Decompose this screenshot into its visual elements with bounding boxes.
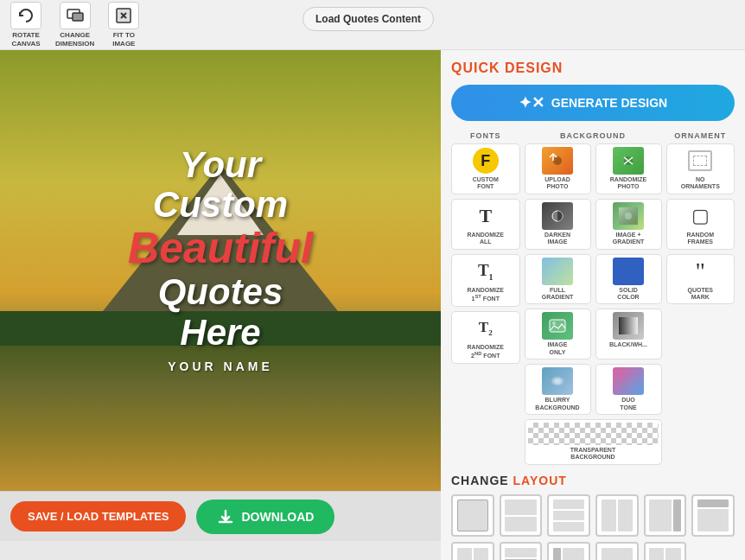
fit-label: FIT TOIMAGE: [112, 31, 135, 48]
fit-icon: [108, 2, 139, 29]
no-ornaments-btn[interactable]: NOORNAMENTS: [666, 143, 735, 194]
layout-preview-8: [505, 548, 537, 560]
quote-line1: Your: [0, 145, 441, 185]
randomize-1st-btn[interactable]: T1 RANDOMIZE1ST FONT: [451, 254, 520, 307]
upload-photo-label: UPLOADPHOTO: [544, 176, 570, 191]
layout-item-9[interactable]: [547, 542, 590, 560]
full-gradient-btn[interactable]: FULLGRADIENT: [525, 254, 591, 305]
svg-point-7: [625, 213, 632, 220]
custom-font-icon: F: [470, 147, 501, 175]
duo-tone-btn[interactable]: DUOTONE: [595, 364, 662, 415]
transparent-bg-btn[interactable]: TRANSPARENTBACKGROUND: [525, 419, 662, 465]
svg-point-3: [553, 156, 562, 165]
image-only-btn[interactable]: IMAGEONLY: [525, 309, 591, 360]
layout-item-2[interactable]: [500, 494, 543, 538]
right-panel: QUICK DESIGN ✦✕ GENERATE DESIGN FONTS BA…: [441, 50, 745, 560]
change-layout-title: CHANGE LAYOUT: [451, 474, 735, 487]
quote-line3: Beautiful: [0, 225, 441, 272]
save-load-btn[interactable]: SAVE / LOAD TEMPLATES: [10, 501, 186, 531]
layout-preview-1: [457, 500, 489, 531]
upload-photo-btn[interactable]: UPLOADPHOTO: [525, 143, 591, 194]
quick-design-title: QUICK DESIGN: [451, 60, 735, 76]
randomize-1st-label: RANDOMIZE1ST FONT: [468, 287, 504, 303]
randomize-2nd-label: RANDOMIZE2ND FONT: [468, 344, 504, 360]
quote-line2: Custom: [0, 185, 441, 225]
blurry-bg-btn[interactable]: BLURRYBACKGROUND: [525, 364, 591, 415]
layout-item-10[interactable]: [595, 542, 639, 560]
random-frames-label: RANDOMFRAMES: [687, 232, 715, 246]
fonts-header: FONTS: [451, 131, 520, 140]
transparent-bg-label: TRANSPARENTBACKGROUND: [570, 447, 615, 461]
layout-item-7[interactable]: [451, 542, 494, 560]
randomize-photo-icon: [613, 147, 644, 175]
full-gradient-label: FULLGRADIENT: [542, 287, 574, 302]
canvas-background: Your Custom Beautiful Quotes Here YOUR N…: [0, 50, 441, 491]
black-white-btn[interactable]: BLACK/WH...: [595, 309, 662, 360]
bg-grid: UPLOADPHOTO RANDOMIZEPHOTO: [525, 143, 662, 465]
quote-line5: Here: [0, 313, 441, 353]
solid-color-label: SOLIDCOLOR: [617, 287, 639, 302]
design-grid-area: F CUSTOMFONT T RANDOMIZEALL T1: [451, 143, 735, 465]
quotes-mark-icon: ": [685, 258, 716, 285]
solid-color-btn[interactable]: SOLIDCOLOR: [595, 254, 662, 305]
random-frames-btn[interactable]: ▢ RANDOMFRAMES: [666, 199, 735, 250]
canvas-area[interactable]: Your Custom Beautiful Quotes Here YOUR N…: [0, 50, 441, 491]
layout-preview-11: [649, 548, 681, 560]
quote-line4: Quotes: [0, 272, 441, 312]
quick-design-section: QUICK DESIGN ✦✕ GENERATE DESIGN FONTS BA…: [451, 60, 735, 465]
no-ornaments-label: NOORNAMENTS: [681, 176, 720, 191]
main-area: Your Custom Beautiful Quotes Here YOUR N…: [0, 50, 745, 560]
quotes-mark-label: QUOTESMARK: [687, 287, 713, 302]
change-dimension-btn[interactable]: CHANGEDIMENSION: [55, 2, 94, 48]
layout-item-1[interactable]: [451, 494, 494, 538]
image-gradient-btn[interactable]: IMAGE +GRADIENT: [595, 199, 662, 250]
custom-font-btn[interactable]: F CUSTOMFONT: [451, 143, 520, 194]
svg-point-9: [552, 321, 556, 325]
black-white-icon: [613, 312, 644, 340]
randomize-all-label: RANDOMIZEALL: [468, 232, 504, 246]
change-layout-section: CHANGE LAYOUT: [451, 474, 735, 560]
randomize-all-icon: T: [470, 202, 501, 230]
dimension-icon: [60, 2, 91, 29]
design-headers: FONTS BACKGROUND ORNAMENT: [451, 131, 735, 140]
layout-item-8[interactable]: [500, 542, 543, 560]
layout-preview-2: [505, 500, 537, 531]
download-btn[interactable]: DOWNLOAD: [196, 500, 334, 534]
fit-to-image-btn[interactable]: FIT TOIMAGE: [108, 2, 139, 48]
transparent-bg-icon: [528, 423, 659, 445]
rotate-canvas-btn[interactable]: ROTATECANVAS: [10, 2, 41, 48]
randomize-photo-btn[interactable]: RANDOMIZEPHOTO: [595, 143, 662, 194]
layout-preview-9: [553, 548, 585, 560]
randomize-2nd-btn[interactable]: T2 RANDOMIZE2ND FONT: [451, 311, 520, 364]
darken-image-btn[interactable]: DARKENIMAGE: [525, 199, 591, 250]
layout-preview-10: [602, 548, 634, 560]
bottom-bar: SAVE / LOAD TEMPLATES DOWNLOAD: [0, 491, 441, 541]
custom-font-label: CUSTOMFONT: [473, 176, 499, 191]
randomize-1st-icon: T1: [470, 258, 501, 285]
randomize-all-btn[interactable]: T RANDOMIZEALL: [451, 199, 520, 250]
quotes-mark-btn[interactable]: " QUOTESMARK: [666, 254, 735, 305]
layout-item-4[interactable]: [595, 494, 639, 538]
layout-item-11[interactable]: [644, 542, 687, 560]
layout-item-3[interactable]: [547, 494, 590, 538]
layout-preview-5: [649, 500, 681, 531]
image-gradient-icon: [613, 202, 644, 230]
layout-grid: [451, 494, 735, 560]
generate-design-btn[interactable]: ✦✕ GENERATE DESIGN: [451, 85, 735, 121]
layout-item-5[interactable]: [644, 494, 687, 538]
image-gradient-label: IMAGE +GRADIENT: [613, 232, 645, 246]
blurry-bg-icon: [542, 367, 573, 395]
random-frames-icon: ▢: [685, 202, 716, 230]
duo-tone-label: DUOTONE: [620, 397, 636, 411]
layout-item-6[interactable]: [691, 494, 735, 538]
darken-image-label: DARKENIMAGE: [544, 232, 570, 246]
upload-photo-icon: [542, 147, 573, 175]
canvas-text-overlay: Your Custom Beautiful Quotes Here YOUR N…: [0, 145, 441, 373]
svg-rect-10: [619, 317, 638, 334]
layout-preview-4: [602, 500, 634, 531]
randomize-photo-label: RANDOMIZEPHOTO: [610, 176, 646, 191]
title-change: CHANGE: [451, 474, 509, 487]
image-only-icon: [542, 312, 573, 340]
author-name: YOUR NAME: [0, 360, 441, 373]
load-quotes-btn[interactable]: Load Quotes Content: [302, 7, 434, 31]
